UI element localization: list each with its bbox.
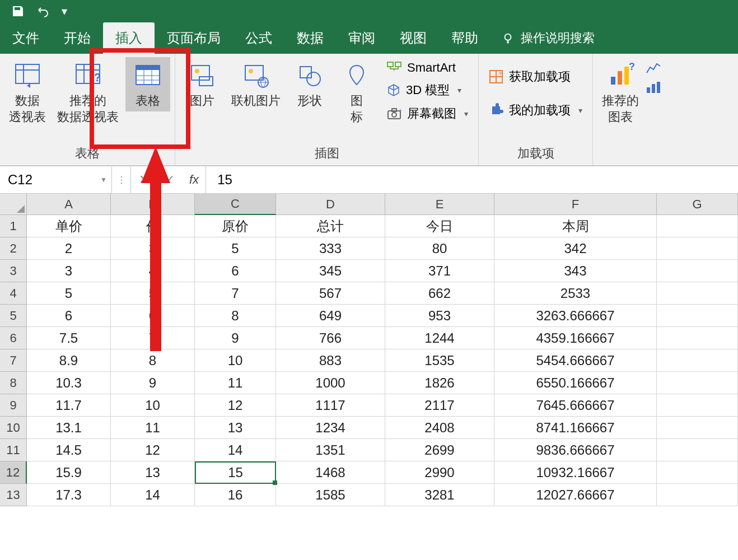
- cell[interactable]: 1234: [276, 417, 385, 439]
- cell[interactable]: 7: [111, 327, 195, 349]
- row-header[interactable]: 12: [0, 461, 27, 484]
- row-header[interactable]: 1: [0, 215, 27, 237]
- column-chart-icon[interactable]: [646, 81, 661, 94]
- tab-insert[interactable]: 插入: [103, 22, 155, 54]
- cell[interactable]: 10.3: [27, 372, 111, 394]
- cell[interactable]: 10932.16667: [494, 461, 657, 484]
- cell[interactable]: 1000: [276, 372, 385, 394]
- cell[interactable]: 7645.666667: [494, 394, 657, 417]
- cell[interactable]: 3281: [385, 484, 494, 506]
- cell[interactable]: 1244: [385, 327, 494, 349]
- cell[interactable]: 4359.166667: [494, 327, 657, 349]
- cell[interactable]: [657, 282, 738, 305]
- cell[interactable]: 345: [276, 260, 385, 282]
- cell[interactable]: 13.1: [27, 417, 111, 439]
- cell[interactable]: 7.5: [27, 327, 111, 349]
- recommended-pivot-button[interactable]: ? 推荐的数据透视表: [53, 57, 123, 127]
- cell[interactable]: 2533: [494, 282, 657, 305]
- chevron-down-icon[interactable]: ▼: [100, 176, 107, 184]
- recommended-charts-button[interactable]: ? 推荐的图表: [597, 57, 643, 127]
- cell[interactable]: 单价: [27, 215, 111, 237]
- column-header-B[interactable]: B: [111, 194, 195, 215]
- cell[interactable]: 1117: [276, 394, 385, 417]
- fx-icon[interactable]: fx: [183, 166, 206, 193]
- tab-data[interactable]: 数据: [284, 22, 336, 54]
- row-header[interactable]: 11: [0, 439, 27, 461]
- cell[interactable]: 342: [494, 237, 657, 260]
- cell[interactable]: 12: [111, 439, 195, 461]
- column-header-C[interactable]: C: [195, 194, 276, 215]
- cell[interactable]: 15: [195, 461, 276, 484]
- table-button[interactable]: 表格: [125, 57, 170, 111]
- cell[interactable]: 6: [195, 260, 276, 282]
- row-header[interactable]: 2: [0, 237, 27, 260]
- row-header[interactable]: 7: [0, 349, 27, 372]
- cell[interactable]: 11: [195, 372, 276, 394]
- row-header[interactable]: 3: [0, 260, 27, 282]
- cell[interactable]: 6: [111, 305, 195, 327]
- shapes-button[interactable]: 形状: [287, 57, 332, 111]
- cell[interactable]: [657, 260, 738, 282]
- cell[interactable]: 12: [195, 394, 276, 417]
- row-header[interactable]: 5: [0, 305, 27, 327]
- save-icon[interactable]: [11, 4, 25, 18]
- pivot-table-button[interactable]: 数据透视表: [4, 57, 50, 127]
- cell[interactable]: 343: [494, 260, 657, 282]
- cell[interactable]: 17.3: [27, 484, 111, 506]
- cell[interactable]: [657, 439, 738, 461]
- cell[interactable]: 2699: [385, 439, 494, 461]
- cell[interactable]: 14: [195, 439, 276, 461]
- cell[interactable]: 2117: [385, 394, 494, 417]
- redo-icon[interactable]: ▾: [62, 4, 67, 18]
- row-header[interactable]: 9: [0, 394, 27, 417]
- cell[interactable]: 649: [276, 305, 385, 327]
- cell[interactable]: 953: [385, 305, 494, 327]
- cell[interactable]: 333: [276, 237, 385, 260]
- cell[interactable]: [657, 327, 738, 349]
- column-header-E[interactable]: E: [385, 194, 494, 215]
- cell[interactable]: [657, 394, 738, 417]
- cell[interactable]: 9836.666667: [494, 439, 657, 461]
- cell[interactable]: 10: [111, 394, 195, 417]
- cell[interactable]: 15.9: [27, 461, 111, 484]
- row-header[interactable]: 8: [0, 372, 27, 394]
- cell[interactable]: [657, 484, 738, 506]
- select-all-corner[interactable]: [0, 194, 27, 215]
- cell[interactable]: 5: [195, 237, 276, 260]
- row-header[interactable]: 6: [0, 327, 27, 349]
- cell[interactable]: [657, 305, 738, 327]
- formula-input[interactable]: 15: [206, 166, 738, 193]
- cancel-button[interactable]: ✕: [131, 166, 157, 193]
- cell[interactable]: 14: [111, 484, 195, 506]
- cell[interactable]: 2408: [385, 417, 494, 439]
- icons-button[interactable]: 图标: [334, 57, 379, 127]
- row-header[interactable]: 4: [0, 282, 27, 305]
- cell[interactable]: 13: [195, 417, 276, 439]
- cell[interactable]: 6550.166667: [494, 372, 657, 394]
- column-header-A[interactable]: A: [27, 194, 111, 215]
- cell[interactable]: [657, 349, 738, 372]
- cell[interactable]: 11.7: [27, 394, 111, 417]
- online-picture-button[interactable]: 联机图片: [227, 57, 285, 111]
- cell[interactable]: 883: [276, 349, 385, 372]
- tab-home[interactable]: 开始: [52, 22, 103, 54]
- cell[interactable]: [657, 372, 738, 394]
- cell[interactable]: 13: [111, 461, 195, 484]
- cell[interactable]: 今日: [385, 215, 494, 237]
- row-header[interactable]: 10: [0, 417, 27, 439]
- cell[interactable]: [657, 461, 738, 484]
- tell-me-search[interactable]: 操作说明搜索: [502, 22, 595, 54]
- cell[interactable]: 10: [195, 349, 276, 372]
- cell[interactable]: [657, 237, 738, 260]
- cell[interactable]: 16: [195, 484, 276, 506]
- cell[interactable]: 2990: [385, 461, 494, 484]
- cell[interactable]: 766: [276, 327, 385, 349]
- 3dmodel-button[interactable]: 3D 模型 ▾: [387, 82, 468, 99]
- expand-button[interactable]: ⋮: [112, 166, 131, 193]
- tab-view[interactable]: 视图: [387, 22, 439, 54]
- cell[interactable]: 3263.666667: [494, 305, 657, 327]
- cell[interactable]: 371: [385, 260, 494, 282]
- name-box[interactable]: C12 ▼: [0, 166, 112, 193]
- tab-file[interactable]: 文件: [0, 22, 52, 54]
- cell[interactable]: 3: [27, 260, 111, 282]
